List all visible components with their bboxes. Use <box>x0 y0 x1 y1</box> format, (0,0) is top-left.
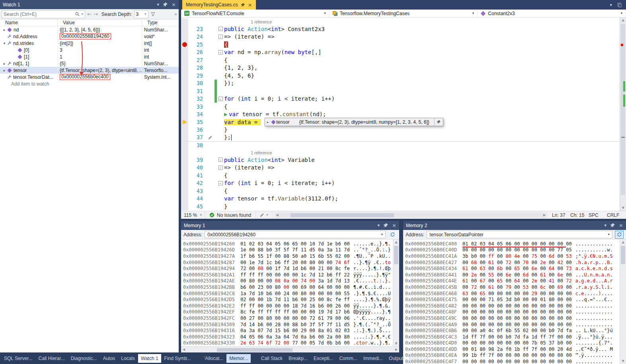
hex-bytes[interactable]: 00 00 00 00 00 00 00 00 7b 05 37 b0 00 <box>462 340 572 346</box>
code-editor[interactable]: 1 reference23- public Action<int> Consta… <box>181 18 620 211</box>
taskbar-tab-autos[interactable]: Autos <box>100 354 118 363</box>
code-line[interactable]: 37 }; <box>181 134 620 142</box>
fold-margin[interactable]: - <box>217 181 224 185</box>
filter-icon[interactable] <box>150 12 156 17</box>
chevron-down-icon[interactable]: ▾ <box>81 12 83 16</box>
search-box[interactable]: ▾ <box>2 10 85 18</box>
watch-value[interactable]: 1 <box>58 53 142 60</box>
document-tab[interactable]: MemoryTestingCases.cs × <box>182 0 256 10</box>
hex-bytes[interactable]: 00 2e 00 55 00 6e 00 6d 00 61 00 6e 00 <box>462 272 572 278</box>
fold-toggle[interactable]: - <box>218 97 223 101</box>
code-line[interactable]: 31 <box>181 87 620 95</box>
search-icon[interactable] <box>75 12 80 17</box>
fold-margin[interactable]: - <box>217 97 224 101</box>
breakpoint-gutter[interactable] <box>181 33 188 41</box>
pin-icon[interactable] <box>163 2 168 7</box>
taskbar-tab-comm[interactable]: Comm... <box>336 354 360 363</box>
code-line[interactable]: 24- => (iterate) => <box>181 33 620 41</box>
add-watch-row[interactable]: Add item to watch <box>0 80 179 87</box>
watch-row[interactable]: [0]3int <box>0 47 179 53</box>
hex-bytes[interactable]: b6 00 23 00 80 00 00 69 00 64 00 00 00 <box>240 284 350 290</box>
code-line[interactable]: 34 ▶ var tensor = tf.constant(nd); <box>181 111 620 119</box>
taskbar-tab-output[interactable]: Output <box>386 354 406 363</box>
watch-row[interactable]: tensor.TensorDat...0x000002556b0ec400Sys… <box>0 74 179 80</box>
code-cleanup-button[interactable]: ▾ <box>256 211 272 219</box>
code-line[interactable]: 30 }); <box>181 80 620 88</box>
hex-bytes[interactable]: 00 27 00 80 00 00 00 00 72 61 79 00 06 <box>240 315 350 321</box>
breakpoint-gutter[interactable] <box>181 164 188 172</box>
editor-vertical-scrollbar[interactable]: ▲ ▼ <box>620 18 626 211</box>
fold-toggle[interactable]: - <box>218 27 223 31</box>
hex-bytes[interactable]: 00 72 00 61 00 79 00 53 00 6c 00 69 00 <box>462 284 572 290</box>
scrollbar-thumb[interactable] <box>394 246 398 264</box>
pin-icon[interactable] <box>610 223 615 228</box>
hex-bytes[interactable]: 1e 00 88 b0 3f 5f 7f 11 d5 0a 3a 11 7d <box>240 247 350 253</box>
fold-margin[interactable]: - <box>217 165 224 170</box>
code-line[interactable]: 36 } <box>181 126 620 134</box>
hex-bytes[interactable]: 1d ff 7f 00 00 b0 7d fa 1d ff 7f 00 00 <box>462 334 572 340</box>
hex-bytes[interactable]: 00 00 a0 4c 0f 6b 55 02 00 00 b0 7d fa <box>462 328 572 333</box>
arrow-left-icon[interactable]: ← <box>87 12 92 17</box>
code-line[interactable]: 40- => (iterate) => <box>181 164 620 172</box>
codelens-text[interactable]: 1 reference <box>251 19 272 24</box>
hex-bytes[interactable]: 01 02 03 04 05 06 65 00 10 7d 1e b6 00 <box>240 241 350 247</box>
address-combo[interactable]: tensor.TensorDataPointer ▾ <box>427 231 612 238</box>
fold-margin[interactable]: - <box>217 158 224 162</box>
breakpoint-gutter[interactable] <box>181 56 188 64</box>
refresh-button[interactable] <box>388 231 397 239</box>
hex-bytes[interactable]: 00 00 00 00 00 00 00 00 00 00 00 00 00 <box>462 303 572 309</box>
watch-titlebar[interactable]: Watch 1 ▾× <box>0 0 179 9</box>
breakpoint-gutter[interactable] <box>181 171 188 179</box>
close-icon[interactable]: × <box>248 2 252 8</box>
code-line[interactable]: 26- var nd = np.array(new byte[,] <box>181 49 620 56</box>
breakpoint-gutter[interactable] <box>181 118 188 126</box>
hex-bytes[interactable]: 00 00 00 00 00 00 00 00 00 00 00 00 00 <box>462 315 572 321</box>
taskbar-tab-excepti[interactable]: Excepti... <box>311 354 336 363</box>
breakpoint-gutter[interactable] <box>181 64 188 72</box>
code-line[interactable]: 39- public Action<int> Variable <box>181 156 620 164</box>
hex-bytes[interactable]: ff ff 00 00 00 00 18 7d 16 b6 00 26 00 <box>240 303 350 309</box>
scrollbar-thumb[interactable] <box>217 348 293 352</box>
watch-value[interactable]: 3 <box>58 47 142 53</box>
scroll-right-icon[interactable]: ▶ <box>394 347 399 352</box>
scrollbar-thumb[interactable] <box>621 24 625 195</box>
memory2-hex-view[interactable]: 0x000002556B0EC40001 02 03 04 05 06 00 0… <box>403 239 620 364</box>
column-header-value[interactable]: Value <box>58 19 142 26</box>
close-icon[interactable]: × <box>172 2 176 7</box>
watch-row[interactable]: ▸nd[1, 1]{5}NumShar... <box>0 60 179 67</box>
navbar-dropdown-0[interactable]: C#TensorFlowNET.Console▾ <box>181 10 330 17</box>
hex-bytes[interactable]: 04 05 06 0a 3a 04 7d 0a b6 00 2a 00 80 <box>240 334 350 340</box>
code-line[interactable]: 45 } <box>181 202 620 210</box>
window-list-icon[interactable] <box>617 2 622 8</box>
search-depth-select[interactable]: 3 ▾ <box>134 10 148 18</box>
hex-bytes[interactable]: 00 80 00 00 08 0a 00 74 00 3a 1d 7d 13 <box>240 278 350 284</box>
hex-bytes[interactable]: 61 00 63 00 6b 00 65 00 6e 00 64 00 73 <box>462 266 572 271</box>
address-combo[interactable]: 0x000002556B194260 ▾ <box>205 231 386 238</box>
close-icon[interactable]: × <box>392 223 396 228</box>
chevron-down-icon[interactable]: ▾ <box>378 223 380 228</box>
pencil-icon[interactable] <box>208 135 213 140</box>
watch-value[interactable]: {int[2]} <box>58 40 142 47</box>
watch-value[interactable]: 0x000002556b0ec400 <box>58 74 142 80</box>
code-line[interactable]: 23- public Action<int> Constant2x3 <box>181 25 620 33</box>
close-icon[interactable]: × <box>619 223 623 228</box>
fold-toggle[interactable]: - <box>218 50 223 55</box>
scroll-down-icon[interactable]: ▼ <box>620 358 626 364</box>
pin-icon[interactable] <box>383 223 388 228</box>
breakpoint-gutter[interactable] <box>181 72 188 80</box>
breakpoint-gutter[interactable] <box>181 41 188 49</box>
code-line[interactable]: 41 { <box>181 171 620 179</box>
pin-icon[interactable] <box>241 3 245 7</box>
breakpoint-gutter[interactable] <box>181 126 188 134</box>
breakpoint-gutter[interactable] <box>181 134 188 141</box>
hex-bytes[interactable]: 0a 3a 07 7d 15 b6 00 29 00 8a 01 02 03 <box>240 328 350 333</box>
chevron-down-icon[interactable]: ▾ <box>605 223 607 228</box>
navbar-dropdown-2[interactable]: Constant2x3▾ <box>478 10 626 17</box>
scroll-left-icon[interactable]: ◀ <box>181 347 187 352</box>
hex-bytes[interactable]: 72 00 00 00 1f 7d 1d b6 00 21 00 8c fe <box>240 266 350 271</box>
fold-toggle[interactable]: - <box>218 35 223 39</box>
search-input[interactable] <box>4 12 74 17</box>
column-header-name[interactable]: Name <box>0 19 58 26</box>
breakpoint-icon[interactable] <box>182 42 187 47</box>
hex-bytes[interactable]: 00 00 00 00 00 00 00 00 00 00 00 00 00 <box>462 309 572 315</box>
